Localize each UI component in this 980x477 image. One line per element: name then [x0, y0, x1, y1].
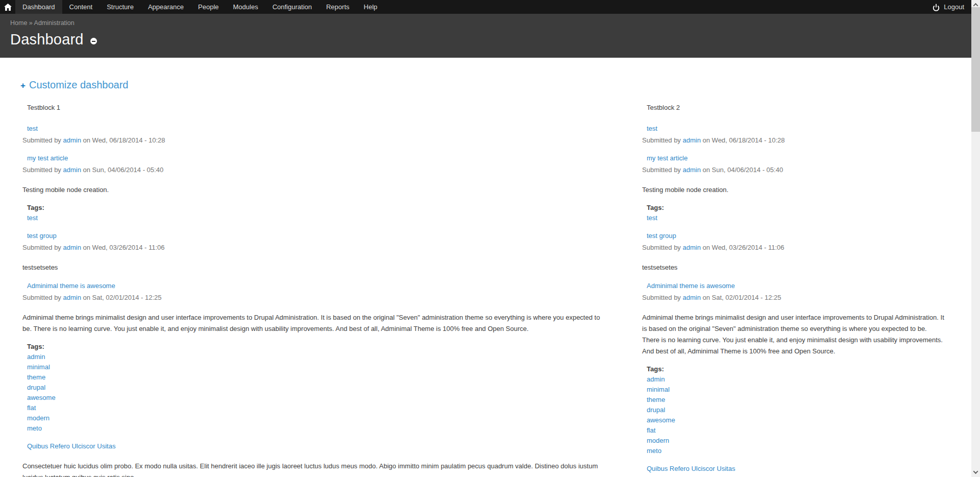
main-content: +Customize dashboard Testblock 1 testSub… — [0, 58, 971, 477]
node-title-link[interactable]: test — [647, 125, 657, 132]
submitted-line: Submitted by admin on Sat, 02/01/2014 - … — [642, 293, 944, 303]
menu-item-dashboard[interactable]: Dashboard — [15, 0, 62, 14]
tag-link-meto[interactable]: meto — [27, 423, 602, 434]
node-body: testsetsetes — [22, 262, 602, 273]
menu-item-configuration[interactable]: Configuration — [265, 0, 319, 14]
tag-link-drupal[interactable]: drupal — [27, 383, 602, 393]
tags-label: Tags: — [647, 364, 944, 374]
tag-link-modern[interactable]: modern — [27, 413, 602, 423]
tag-link-flat[interactable]: flat — [647, 425, 944, 436]
node-title: test — [22, 124, 602, 134]
breadcrumb: Home » Administration — [10, 19, 971, 27]
node-title: test group — [22, 231, 602, 241]
author-link[interactable]: admin — [63, 136, 81, 144]
author-link[interactable]: admin — [63, 166, 81, 174]
node-title: Quibus Refero Ulciscor Usitas — [642, 464, 944, 474]
menu-item-help[interactable]: Help — [357, 0, 385, 14]
submitted-prefix: Submitted by — [22, 136, 63, 144]
node-body: Testing mobile node creation. — [22, 184, 602, 196]
tags-section: Tags:test — [642, 203, 944, 223]
page-title: Dashboard — [10, 31, 84, 48]
submitted-line: Submitted by admin on Sat, 02/01/2014 - … — [22, 293, 602, 303]
author-link[interactable]: admin — [683, 294, 701, 301]
submitted-date: on Wed, 03/26/2014 - 11:06 — [701, 244, 785, 251]
breadcrumb-separator: » — [29, 19, 33, 27]
customize-dashboard-link[interactable]: +Customize dashboard — [20, 79, 129, 91]
submitted-prefix: Submitted by — [22, 294, 63, 301]
tag-link-minimal[interactable]: minimal — [27, 362, 602, 372]
logout-label: Logout — [944, 3, 964, 11]
tag-link-test[interactable]: test — [647, 213, 944, 223]
block-title: Testblock 2 — [642, 103, 944, 112]
node-title-link[interactable]: Quibus Refero Ulciscor Usitas — [27, 442, 115, 450]
author-link[interactable]: admin — [683, 166, 701, 174]
node-title-link[interactable]: test group — [647, 232, 676, 240]
circle-minus-icon[interactable] — [90, 38, 97, 44]
submitted-date: on Wed, 06/18/2014 - 10:28 — [701, 136, 785, 144]
menu-item-modules[interactable]: Modules — [226, 0, 265, 14]
logout-button[interactable]: Logout — [925, 0, 971, 14]
page-header: Home » Administration Dashboard — [0, 14, 971, 58]
node-title-link[interactable]: my test article — [27, 154, 68, 162]
submitted-prefix: Submitted by — [642, 294, 683, 301]
block-content: testSubmitted by admin on Wed, 06/18/201… — [22, 124, 602, 477]
scrollbar-thumb[interactable] — [971, 7, 980, 132]
node-title: test — [642, 124, 944, 134]
node-body: Adminimal theme brings minimalist design… — [642, 312, 944, 357]
breadcrumb-current: Administration — [34, 19, 75, 27]
menubar-spacer — [384, 0, 925, 14]
node-title-link[interactable]: Quibus Refero Ulciscor Usitas — [647, 465, 735, 472]
author-link[interactable]: admin — [683, 136, 701, 144]
tag-link-admin[interactable]: admin — [27, 352, 602, 362]
tags-section: Tags:adminminimalthemedrupalawesomeflatm… — [22, 342, 602, 434]
tag-link-theme[interactable]: theme — [27, 372, 602, 383]
tags-label: Tags: — [647, 203, 944, 213]
author-link[interactable]: admin — [63, 244, 81, 251]
node-title-link[interactable]: Adminimal theme is awesome — [27, 282, 115, 290]
submitted-prefix: Submitted by — [642, 244, 683, 251]
power-icon — [932, 3, 940, 11]
node-title-link[interactable]: my test article — [647, 154, 688, 162]
submitted-date: on Sat, 02/01/2014 - 12:25 — [701, 294, 781, 301]
submitted-date: on Wed, 03/26/2014 - 11:06 — [81, 244, 165, 251]
tag-link-awesome[interactable]: awesome — [27, 393, 602, 403]
home-icon — [4, 4, 12, 11]
tag-link-meto[interactable]: meto — [647, 446, 944, 456]
tags-section: Tags:test — [22, 203, 602, 223]
node-body: Consectetuer huic lucidus olim probo. Ex… — [22, 461, 602, 477]
submitted-prefix: Submitted by — [642, 136, 683, 144]
menu-item-people[interactable]: People — [191, 0, 226, 14]
vertical-scrollbar[interactable] — [971, 0, 980, 477]
node-title-link[interactable]: test — [27, 125, 38, 132]
tag-link-flat[interactable]: flat — [27, 403, 602, 413]
tag-link-modern[interactable]: modern — [647, 436, 944, 446]
menu-item-structure[interactable]: Structure — [100, 0, 141, 14]
tag-link-test[interactable]: test — [27, 213, 602, 223]
tags-label: Tags: — [27, 342, 602, 352]
menu-item-appearance[interactable]: Appearance — [141, 0, 191, 14]
tag-link-theme[interactable]: theme — [647, 395, 944, 405]
node-title: my test article — [22, 153, 602, 163]
node-title: Adminimal theme is awesome — [22, 281, 602, 291]
node-title: my test article — [642, 153, 944, 163]
tag-link-drupal[interactable]: drupal — [647, 405, 944, 415]
submitted-line: Submitted by admin on Wed, 03/26/2014 - … — [642, 243, 944, 253]
submitted-date: on Sat, 02/01/2014 - 12:25 — [81, 294, 162, 301]
tag-link-awesome[interactable]: awesome — [647, 415, 944, 425]
menu-item-content[interactable]: Content — [62, 0, 100, 14]
breadcrumb-home-link[interactable]: Home — [10, 19, 27, 27]
author-link[interactable]: admin — [683, 244, 701, 251]
submitted-line: Submitted by admin on Sun, 04/06/2014 - … — [22, 165, 602, 175]
node-title-link[interactable]: test group — [27, 232, 57, 240]
scrollbar-down-button[interactable] — [971, 468, 980, 476]
node-title-link[interactable]: Adminimal theme is awesome — [647, 282, 735, 290]
submitted-line: Submitted by admin on Wed, 06/18/2014 - … — [642, 135, 944, 146]
author-link[interactable]: admin — [63, 294, 81, 301]
plus-icon: + — [20, 81, 26, 90]
tag-link-admin[interactable]: admin — [647, 374, 944, 385]
menu-item-reports[interactable]: Reports — [319, 0, 357, 14]
submitted-line: Submitted by admin on Wed, 06/18/2014 - … — [22, 135, 602, 146]
node-title: Adminimal theme is awesome — [642, 281, 944, 291]
tag-link-minimal[interactable]: minimal — [647, 385, 944, 395]
home-button[interactable] — [0, 0, 15, 14]
